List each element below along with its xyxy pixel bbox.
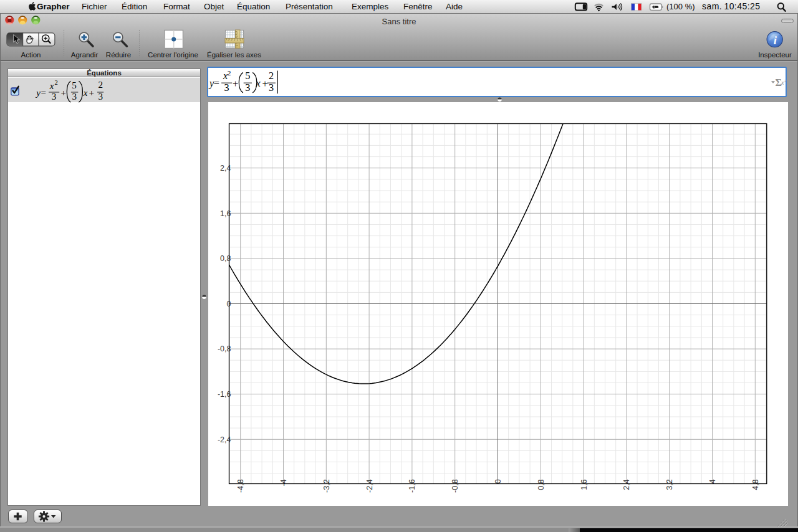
svg-text:+: + bbox=[61, 88, 66, 98]
svg-text:5: 5 bbox=[72, 80, 77, 90]
svg-text:=: = bbox=[214, 78, 219, 89]
svg-text:+: + bbox=[262, 78, 267, 90]
svg-text:+: + bbox=[233, 78, 238, 90]
svg-text:2: 2 bbox=[55, 79, 58, 86]
svg-text:3: 3 bbox=[52, 92, 57, 102]
svg-text:3: 3 bbox=[99, 92, 103, 102]
svg-text:2: 2 bbox=[269, 70, 274, 82]
svg-text:3: 3 bbox=[224, 82, 229, 93]
svg-text:2: 2 bbox=[98, 80, 103, 90]
svg-text:x: x bbox=[49, 81, 54, 91]
svg-text:x: x bbox=[83, 88, 88, 98]
svg-text:+: + bbox=[89, 88, 94, 98]
svg-text:3: 3 bbox=[269, 82, 274, 93]
svg-text:2: 2 bbox=[228, 69, 231, 77]
svg-text:5: 5 bbox=[245, 70, 250, 82]
svg-text:x: x bbox=[256, 78, 261, 89]
svg-text:=: = bbox=[41, 88, 46, 98]
svg-text:y: y bbox=[35, 88, 41, 98]
svg-text:3: 3 bbox=[245, 82, 250, 93]
svg-text:3: 3 bbox=[72, 92, 77, 102]
